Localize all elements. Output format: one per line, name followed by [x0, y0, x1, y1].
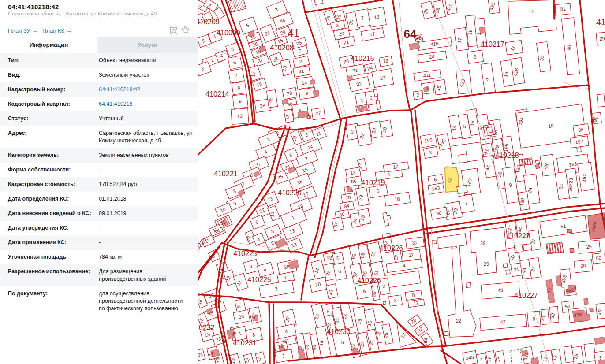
svg-text:40: 40	[566, 45, 571, 50]
svg-text:29: 29	[383, 332, 389, 338]
svg-text:26: 26	[334, 317, 340, 323]
svg-text:197: 197	[575, 138, 584, 145]
svg-text:24: 24	[304, 344, 310, 350]
svg-text:14: 14	[302, 80, 308, 86]
svg-text:410208: 410208	[270, 44, 293, 52]
svg-text:192: 192	[581, 174, 587, 182]
svg-text:28: 28	[284, 264, 290, 270]
svg-text:410226: 410226	[357, 277, 381, 284]
svg-text:10: 10	[393, 164, 399, 170]
svg-text:22: 22	[452, 245, 457, 250]
svg-text:195: 195	[503, 143, 509, 152]
svg-text:62: 62	[351, 253, 357, 259]
svg-text:75: 75	[314, 313, 320, 319]
svg-text:410227: 410227	[506, 232, 530, 240]
svg-text:416: 416	[430, 41, 439, 47]
svg-text:7: 7	[531, 9, 534, 14]
svg-text:33: 33	[539, 55, 545, 61]
svg-text:20: 20	[371, 127, 377, 134]
svg-text:24: 24	[429, 54, 435, 60]
svg-text:492: 492	[566, 287, 575, 293]
svg-text:36: 36	[578, 127, 584, 133]
svg-text:14: 14	[451, 125, 457, 131]
svg-text:22: 22	[350, 343, 356, 349]
svg-text:8: 8	[532, 316, 535, 321]
svg-text:25: 25	[342, 313, 348, 319]
svg-text:410215: 410215	[351, 55, 374, 62]
svg-text:410230: 410230	[327, 328, 350, 335]
svg-text:86: 86	[351, 178, 357, 185]
svg-text:410219: 410219	[361, 179, 385, 186]
svg-text:51: 51	[560, 223, 567, 230]
svg-text:42: 42	[500, 319, 506, 325]
svg-text:31: 31	[284, 338, 290, 344]
svg-text:21: 21	[368, 339, 374, 345]
svg-text:30: 30	[436, 210, 442, 216]
svg-text:193: 193	[569, 161, 578, 167]
svg-text:16: 16	[394, 196, 400, 202]
svg-text:33: 33	[238, 313, 244, 319]
svg-text:46: 46	[416, 35, 422, 41]
svg-text:356: 356	[574, 312, 583, 318]
svg-text:11: 11	[408, 252, 414, 258]
svg-text:48: 48	[306, 115, 311, 120]
svg-text:22: 22	[445, 209, 451, 215]
svg-text:15: 15	[359, 342, 365, 348]
svg-text:410000: 410000	[217, 29, 240, 37]
svg-text:17: 17	[456, 37, 463, 44]
svg-text:24: 24	[367, 65, 373, 71]
svg-text:41: 41	[288, 27, 300, 39]
svg-text:64: 64	[422, 338, 429, 344]
svg-text:19: 19	[269, 212, 275, 218]
svg-text:9: 9	[239, 98, 242, 104]
svg-text:65: 65	[362, 271, 368, 277]
svg-text:65: 65	[359, 252, 366, 258]
svg-text:52: 52	[565, 304, 571, 309]
svg-text:22: 22	[356, 81, 362, 87]
svg-text:23: 23	[452, 208, 459, 214]
svg-text:26723: 26723	[568, 178, 574, 192]
svg-text:25: 25	[558, 184, 564, 190]
svg-text:28: 28	[343, 58, 349, 64]
svg-text:30: 30	[339, 212, 345, 218]
svg-text:78: 78	[382, 58, 388, 64]
svg-text:410220: 410220	[278, 189, 301, 197]
svg-text:13: 13	[373, 14, 380, 20]
svg-text:27: 27	[246, 235, 252, 241]
svg-text:18: 18	[277, 343, 284, 349]
svg-text:14: 14	[318, 340, 325, 346]
svg-text:410217: 410217	[481, 41, 504, 48]
svg-text:410225: 410225	[247, 276, 271, 283]
svg-text:25: 25	[586, 244, 592, 249]
svg-text:43: 43	[497, 287, 503, 293]
svg-text:410214: 410214	[205, 90, 229, 98]
svg-text:17: 17	[369, 31, 375, 37]
svg-text:19: 19	[379, 75, 385, 81]
svg-text:13: 13	[350, 170, 356, 176]
svg-text:410221: 410221	[214, 170, 237, 178]
svg-text:31: 31	[352, 67, 358, 73]
svg-text:10: 10	[237, 113, 243, 119]
svg-text:37: 37	[530, 266, 536, 272]
svg-text:86: 86	[311, 345, 317, 351]
svg-text:29: 29	[480, 241, 485, 246]
svg-text:410232: 410232	[198, 324, 215, 331]
svg-text:410231: 410231	[233, 339, 256, 347]
svg-text:18: 18	[548, 123, 554, 129]
svg-text:10: 10	[291, 136, 298, 142]
svg-text:37: 37	[530, 238, 536, 245]
svg-text:17: 17	[413, 300, 419, 306]
svg-text:410209: 410209	[198, 18, 220, 26]
svg-text:20: 20	[315, 281, 321, 287]
svg-text:29: 29	[599, 36, 605, 41]
svg-text:27: 27	[315, 111, 321, 117]
svg-text:410225: 410225	[233, 250, 257, 257]
svg-text:28: 28	[497, 171, 503, 177]
svg-text:31: 31	[412, 240, 418, 246]
svg-text:70: 70	[345, 195, 351, 201]
svg-text:30: 30	[287, 101, 293, 108]
svg-text:21: 21	[343, 39, 349, 45]
svg-text:10: 10	[366, 320, 373, 326]
svg-text:16: 16	[467, 29, 473, 35]
svg-text:411: 411	[423, 72, 431, 78]
